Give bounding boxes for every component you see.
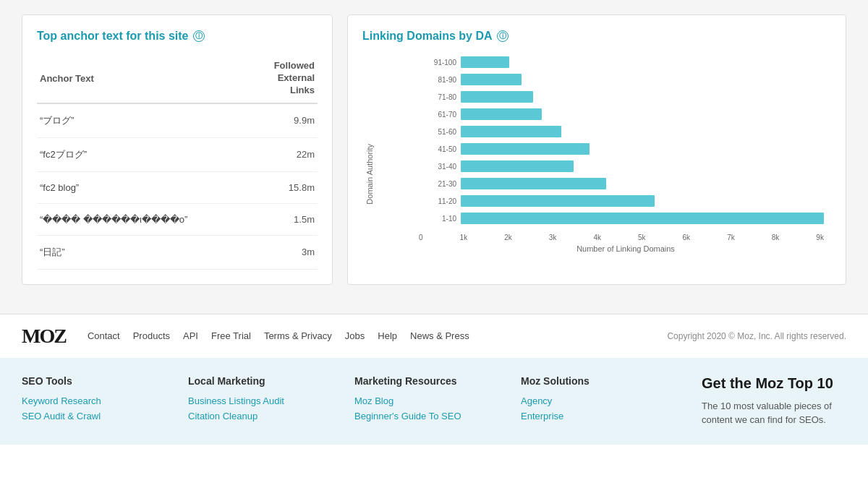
footer-col-heading: Local Marketing bbox=[188, 375, 340, 387]
footer-col-link[interactable]: Beginner's Guide To SEO bbox=[354, 411, 506, 421]
footer-bottom: SEO ToolsKeyword ResearchSEO Audit & Cra… bbox=[0, 358, 868, 445]
footer-col-link[interactable]: Agency bbox=[521, 395, 673, 406]
bar-fill bbox=[461, 74, 522, 85]
x-tick: 4k bbox=[593, 234, 601, 241]
footer-col-heading: SEO Tools bbox=[22, 375, 174, 387]
col-header-anchor: Anchor Text bbox=[37, 54, 252, 103]
table-row: “���� ������ι����ο” 1.5m bbox=[37, 203, 318, 235]
bar-fill bbox=[461, 143, 590, 155]
bar-fill bbox=[461, 108, 542, 120]
bar-row: 31-40 bbox=[419, 158, 824, 174]
footer-col: Local MarketingBusiness Listings AuditCi… bbox=[188, 375, 354, 427]
bar-label: 21-30 bbox=[419, 180, 456, 188]
bar-fill bbox=[461, 213, 824, 224]
bar-row: 61-70 bbox=[419, 106, 824, 122]
footer-cols: SEO ToolsKeyword ResearchSEO Audit & Cra… bbox=[22, 375, 687, 427]
x-tick: 2k bbox=[504, 234, 512, 241]
bar-label: 81-90 bbox=[419, 76, 456, 84]
chart-area: Domain Authority 91-10081-9071-8061-7051… bbox=[362, 54, 831, 294]
footer-nav-link[interactable]: Help bbox=[378, 330, 397, 341]
bar-row: 81-90 bbox=[419, 72, 824, 87]
bar-fill bbox=[461, 160, 574, 172]
bar-row: 41-50 bbox=[419, 141, 824, 157]
links-count-cell: 22m bbox=[252, 137, 318, 171]
x-axis: 01k2k3k4k5k6k7k8k9k bbox=[377, 231, 831, 241]
footer-col-heading: Marketing Resources bbox=[354, 375, 506, 387]
bar-fill bbox=[461, 91, 533, 103]
table-row: “fc2 blog” 15.8m bbox=[37, 171, 318, 203]
footer-col-link[interactable]: SEO Audit & Crawl bbox=[22, 411, 174, 421]
footer-nav: MOZ ContactProductsAPIFree TrialTerms & … bbox=[0, 314, 868, 358]
anchor-text-cell: “���� ������ι����ο” bbox=[37, 203, 252, 235]
anchor-info-icon[interactable]: ⓘ bbox=[193, 30, 205, 42]
bar-fill bbox=[461, 56, 509, 68]
bar-label: 51-60 bbox=[419, 128, 456, 136]
bars-container: 91-10081-9071-8061-7051-6041-5031-4021-3… bbox=[377, 54, 831, 228]
bar-track bbox=[461, 74, 824, 85]
footer-nav-link[interactable]: News & Press bbox=[410, 330, 469, 341]
anchor-text-cell: “日記” bbox=[37, 235, 252, 269]
anchor-panel-title: Top anchor text for this site ⓘ bbox=[37, 30, 318, 43]
domains-panel: Linking Domains by DA ⓘ Domain Authority… bbox=[347, 14, 846, 285]
chart-inner: 91-10081-9071-8061-7051-6041-5031-4021-3… bbox=[377, 54, 831, 294]
bar-label: 31-40 bbox=[419, 163, 456, 171]
bar-track bbox=[461, 213, 824, 224]
table-row: “日記” 3m bbox=[37, 235, 318, 269]
bar-label: 61-70 bbox=[419, 111, 456, 119]
bar-row: 91-100 bbox=[419, 54, 824, 70]
footer-nav-link[interactable]: Jobs bbox=[345, 330, 365, 341]
bar-row: 1-10 bbox=[419, 210, 824, 226]
x-tick: 9k bbox=[816, 234, 824, 241]
bar-row: 51-60 bbox=[419, 124, 824, 140]
bar-fill bbox=[461, 126, 561, 137]
footer-nav-link[interactable]: Free Trial bbox=[211, 330, 251, 341]
links-count-cell: 9.9m bbox=[252, 103, 318, 138]
bar-track bbox=[461, 195, 824, 207]
domains-panel-title-text: Linking Domains by DA bbox=[362, 30, 493, 43]
x-tick: 5k bbox=[638, 234, 646, 241]
col-header-links: Followed External Links bbox=[252, 54, 318, 103]
moz-logo: MOZ bbox=[22, 325, 66, 348]
bar-label: 1-10 bbox=[419, 215, 456, 223]
footer-col-link[interactable]: Citation Cleanup bbox=[188, 411, 340, 421]
anchor-text-cell: “ブログ” bbox=[37, 103, 252, 138]
bar-row: 11-20 bbox=[419, 193, 824, 209]
x-tick: 8k bbox=[772, 234, 780, 241]
footer-nav-link[interactable]: Terms & Privacy bbox=[264, 330, 332, 341]
footer-col-link[interactable]: Keyword Research bbox=[22, 395, 174, 406]
moz-top-heading: Get the Moz Top 10 bbox=[702, 375, 846, 392]
footer-nav-link[interactable]: API bbox=[183, 330, 198, 341]
bar-fill bbox=[461, 195, 655, 207]
footer-col: Marketing ResourcesMoz BlogBeginner's Gu… bbox=[354, 375, 521, 427]
bar-track bbox=[461, 126, 824, 137]
anchor-text-panel: Top anchor text for this site ⓘ Anchor T… bbox=[22, 14, 333, 285]
bar-label: 71-80 bbox=[419, 93, 456, 101]
footer-col-link[interactable]: Moz Blog bbox=[354, 395, 506, 406]
bar-track bbox=[461, 160, 824, 172]
bar-fill bbox=[461, 178, 606, 189]
footer-moz-top: Get the Moz Top 10 The 10 most valuable … bbox=[687, 375, 846, 427]
bar-label: 11-20 bbox=[419, 197, 456, 205]
table-row: “ブログ” 9.9m bbox=[37, 103, 318, 138]
footer-copyright: Copyright 2020 © Moz, Inc. All rights re… bbox=[667, 331, 846, 341]
bar-track bbox=[461, 108, 824, 120]
x-tick: 1k bbox=[460, 234, 468, 241]
x-tick: 3k bbox=[549, 234, 557, 241]
domains-info-icon[interactable]: ⓘ bbox=[497, 30, 509, 42]
footer-col-link[interactable]: Enterprise bbox=[521, 411, 673, 421]
anchor-text-cell: “fc2 blog” bbox=[37, 171, 252, 203]
links-count-cell: 1.5m bbox=[252, 203, 318, 235]
footer-nav-link[interactable]: Contact bbox=[88, 330, 120, 341]
anchor-text-cell: “fc2ブログ” bbox=[37, 137, 252, 171]
footer-col: SEO ToolsKeyword ResearchSEO Audit & Cra… bbox=[22, 375, 188, 427]
bar-label: 41-50 bbox=[419, 145, 456, 153]
footer-col-link[interactable]: Business Listings Audit bbox=[188, 395, 340, 406]
bar-row: 71-80 bbox=[419, 89, 824, 105]
links-count-cell: 3m bbox=[252, 235, 318, 269]
chart-container: Domain Authority 91-10081-9071-8061-7051… bbox=[362, 54, 831, 294]
bar-track bbox=[461, 178, 824, 189]
table-row: “fc2ブログ” 22m bbox=[37, 137, 318, 171]
footer-nav-link[interactable]: Products bbox=[133, 330, 170, 341]
anchor-panel-title-text: Top anchor text for this site bbox=[37, 30, 189, 43]
links-count-cell: 15.8m bbox=[252, 171, 318, 203]
